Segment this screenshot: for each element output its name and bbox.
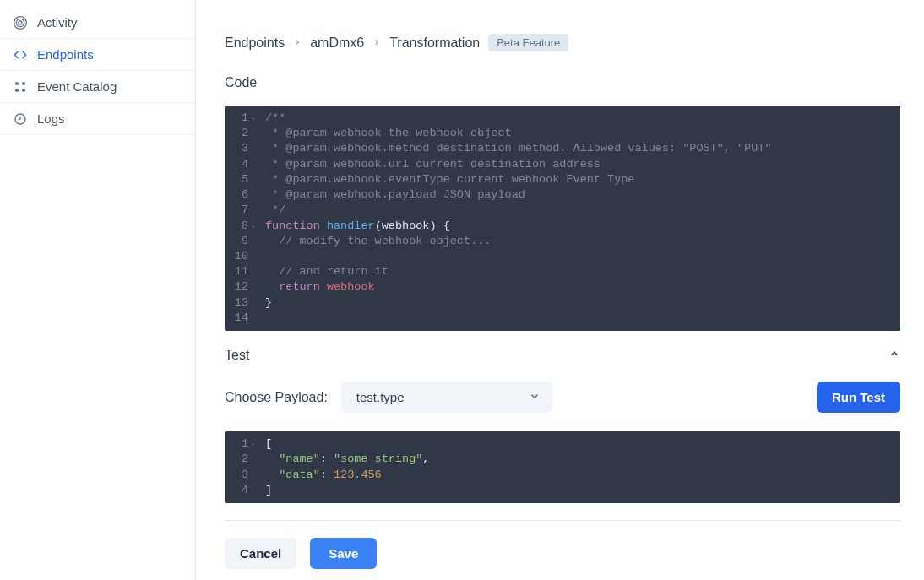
svg-point-3 [15, 82, 19, 85]
cancel-button[interactable]: Cancel [225, 538, 296, 569]
sidebar-item-event-catalog[interactable]: Event Catalog [0, 71, 195, 103]
code-line: "data": 123.456 [253, 468, 382, 483]
svg-point-1 [16, 19, 24, 26]
sidebar-item-label: Logs [37, 111, 65, 126]
payload-select[interactable]: test.type [341, 382, 552, 413]
footer-actions: Cancel Save [225, 520, 900, 569]
code-line [253, 249, 272, 264]
chevron-right-icon [293, 37, 302, 49]
svg-point-4 [22, 82, 25, 85]
payload-selected-value: test.type [356, 390, 405, 404]
code-line: } [253, 295, 272, 311]
code-section-title: Code [225, 75, 924, 90]
payload-editor[interactable]: 1⌄[ 2 "name": "some string", 3 "data": 1… [225, 431, 900, 503]
beta-badge: Beta Feature [488, 34, 568, 51]
activity-icon [14, 16, 27, 30]
sidebar-item-label: Event Catalog [37, 79, 117, 94]
code-line: * @param.webhook.eventType current webho… [265, 173, 634, 186]
code-line: * @param webhook.payload JSON payload [265, 188, 525, 201]
sidebar-item-label: Endpoints [37, 47, 94, 62]
sidebar-item-activity[interactable]: Activity [0, 7, 195, 39]
breadcrumb-endpoints[interactable]: Endpoints [225, 35, 285, 51]
code-line: function handler(webhook) { [253, 219, 450, 234]
test-header: Test [225, 348, 900, 363]
code-line: /** [265, 111, 285, 124]
code-editor[interactable]: 1⌄/** 2 * @param webhook the webhook obj… [225, 106, 900, 331]
code-line: * @param webhook.url current destination… [265, 158, 601, 171]
code-line: // modify the webhook object... [253, 234, 491, 249]
sidebar-item-logs[interactable]: Logs [0, 103, 195, 135]
logs-icon [14, 112, 27, 126]
endpoints-icon [14, 48, 27, 62]
breadcrumb: Endpoints amDmx6 Transformation Beta Fea… [225, 34, 924, 51]
svg-point-0 [19, 21, 22, 24]
sidebar-item-endpoints[interactable]: Endpoints [0, 39, 195, 71]
code-line: */ [265, 203, 285, 216]
chevron-down-icon [529, 390, 541, 404]
chevron-up-icon[interactable] [889, 348, 900, 363]
sidebar: Activity Endpoints Event Catalog Logs [0, 0, 196, 580]
svg-point-5 [15, 89, 19, 92]
sidebar-item-label: Activity [37, 15, 78, 30]
test-controls: Choose Payload: test.type Run Test [225, 382, 900, 413]
chevron-right-icon [372, 37, 381, 49]
catalog-icon [14, 80, 27, 94]
code-line: return webhook [253, 279, 375, 295]
code-line: // and return it [253, 264, 389, 279]
code-line: "name": "some string", [253, 452, 429, 467]
main-content: Endpoints amDmx6 Transformation Beta Fea… [196, 0, 924, 580]
code-line: * @param webhook the webhook object [265, 127, 512, 139]
save-button[interactable]: Save [310, 538, 377, 569]
test-section-title: Test [225, 348, 249, 363]
run-test-button[interactable]: Run Test [817, 382, 900, 413]
code-line: * @param webhook.method destination meth… [265, 142, 772, 154]
code-line: [ [253, 436, 272, 452]
svg-point-6 [22, 89, 25, 92]
payload-label: Choose Payload: [225, 390, 328, 405]
breadcrumb-amdmx6[interactable]: amDmx6 [310, 35, 364, 51]
code-line [253, 311, 272, 326]
breadcrumb-current: Transformation [389, 35, 480, 51]
code-line: ] [253, 483, 272, 498]
